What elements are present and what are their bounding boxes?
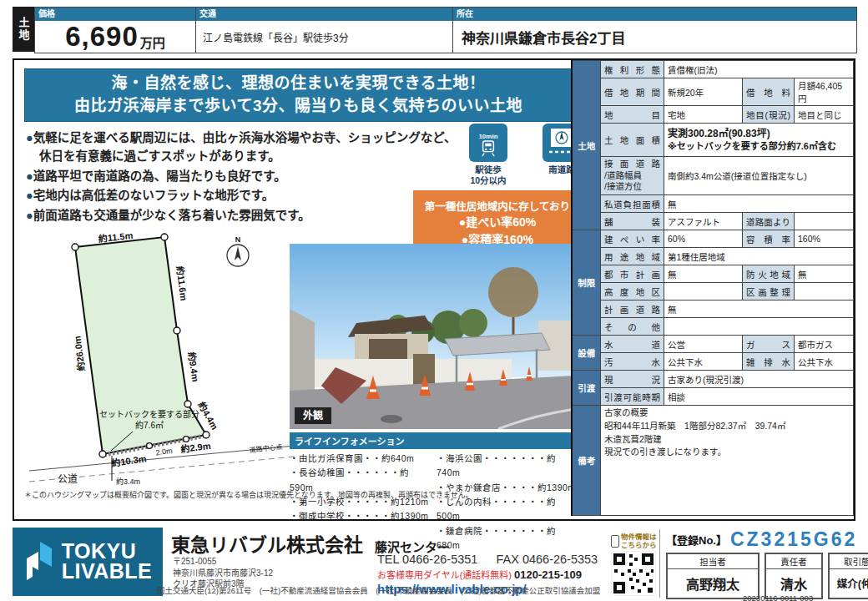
feature-badges: 10min 駅徒歩10分以内	[462, 124, 588, 186]
access-header: 交通	[196, 8, 452, 21]
spec-label: 道路面より	[742, 213, 794, 230]
staff-box-manager: 責任者 清水	[765, 553, 823, 599]
spec-label: 借地期間	[600, 78, 664, 106]
bullet-icon: ●	[26, 189, 33, 202]
access-value: 江ノ島電鉄線「長谷」駅徒歩3分	[196, 21, 452, 53]
document-number: 20230116-0011-003	[743, 593, 813, 601]
tokyu-livable-logo: TOKYULIVABLE	[13, 528, 163, 596]
spec-label: 地目	[600, 106, 664, 124]
road-label: 公道	[58, 473, 78, 485]
spec-value	[794, 213, 853, 230]
zoning-title: 第一種住居地域内に存しており	[425, 198, 570, 214]
spec-label: 水道	[600, 336, 664, 353]
price-column: 価格 6,690 万円	[35, 8, 196, 53]
qr-block: 物件情報はこちらから	[611, 533, 658, 599]
spec-label: 都市計画	[600, 265, 664, 283]
spec-label: 土地面積	[600, 124, 664, 157]
price-cell: 6,690 万円	[35, 21, 195, 53]
main-frame: 海・自然を感じ、理想の住まいを実現できる土地！ 由比ガ浜海岸まで歩いて3分、陽当…	[13, 58, 855, 521]
spec-value: 無	[664, 300, 853, 318]
spec-label: 接面道路/道路幅員/接道方位	[600, 157, 664, 195]
photo-label: 外観	[303, 409, 323, 422]
spec-value: 公共下水	[794, 353, 853, 371]
setback-label1: セットバックを要する部分	[99, 409, 199, 419]
land-plot-diagram: 約11.5m 約11.6m 約9.4m 約4.4m 約26.0m 約10.3m …	[23, 232, 298, 491]
spec-table: 土地 権利形態 賃借権(旧法) 借地期間 新規20年 借地料 月額46,405円…	[571, 60, 854, 516]
life-item: ・海浜公園・・・・・・・約740m	[437, 452, 577, 481]
spec-label: 防火地域	[742, 265, 794, 283]
spec-label: 引渡可能時期	[600, 388, 664, 406]
registration-label: 【登録No.】	[666, 532, 727, 548]
spec-label: 権利形態	[600, 61, 664, 78]
spec-value: 無	[664, 195, 853, 213]
spec-value	[664, 283, 742, 300]
dim-right1: 約11.6m	[174, 265, 189, 301]
staff-box-transaction: 取引態様 媒介(仲介)	[828, 553, 868, 599]
map-disclaimer: ＊このハウジングマップは概要紹介図です。図面と現況が異なる場合は現況優先となりま…	[24, 489, 567, 500]
bullet-item: ●道路平坦で南道路の為、陽当たりも良好です。	[26, 167, 464, 185]
dial-number: 0120-215-109	[514, 568, 582, 581]
life-item: ・鎌倉病院・・・・・・・約680m	[437, 524, 577, 553]
catch-banner: 海・自然を感じ、理想の住まいを実現できる土地！ 由比ガ浜海岸まで歩いて3分、陽当…	[24, 68, 573, 122]
spec-value: 実測300.28㎡(90.83坪)※セットバックを要する部分約7.6㎡含む	[664, 124, 853, 157]
spec-label: 現況	[600, 371, 664, 388]
spec-label: 用途地域	[600, 248, 664, 265]
spec-label: 容積率	[742, 230, 794, 248]
dim-bottom2: 2.0m	[155, 447, 173, 457]
license-line: 国土交通大臣(12)第2611号 (一社)不動産流通経営協会会員 (一社)不動産…	[157, 584, 637, 596]
zoning-item: ●建ぺい率60%	[459, 214, 536, 230]
section-land: 土地	[572, 61, 600, 230]
category-tab: 土地	[13, 7, 34, 52]
price-unit: 万円	[140, 33, 165, 51]
spec-value: アスファルト	[664, 213, 742, 230]
logo-mark-icon	[23, 540, 55, 583]
location-column: 所在 神奈川県鎌倉市長谷2丁目	[453, 8, 856, 53]
staff-boxes: 担当者 高野翔太 責任者 清水 取引態様 媒介(仲介)	[666, 553, 868, 599]
spec-label: 借地料	[742, 78, 794, 106]
spec-value: 第1種住居地域	[664, 248, 853, 265]
spec-label: 舗装	[600, 213, 664, 230]
setback-label2: 約7.6㎡	[135, 420, 164, 430]
spec-value: 公共下水	[664, 353, 742, 371]
access-column: 交通 江ノ島電鉄線「長谷」駅徒歩3分	[196, 8, 453, 53]
spec-value: 160%	[794, 230, 853, 248]
spec-value: 新規20年	[664, 78, 742, 106]
real-estate-flyer: 土地 価格 6,690 万円 交通 江ノ島電鉄線「長谷」駅徒歩3分 所在 神奈川…	[0, 0, 868, 601]
dim-bottom1: 約10.3m	[111, 452, 148, 468]
spec-value: 賃借権(旧法)	[664, 61, 853, 78]
footer-divider	[659, 529, 660, 598]
train-icon: 10min	[469, 124, 507, 162]
spec-value: 相談	[664, 388, 853, 406]
location-value: 神奈川県鎌倉市長谷2丁目	[453, 21, 856, 53]
spec-value: 宅地	[664, 106, 742, 124]
spec-label: 地目(現況)	[742, 106, 794, 124]
dim-left: 約26.0m	[71, 336, 86, 372]
spec-value: 無	[664, 265, 742, 283]
spec-label: 建ぺい率	[600, 230, 664, 248]
banner-line1: 海・自然を感じ、理想の住まいを実現できる土地！	[111, 73, 485, 95]
life-info-right: ・海浜公園・・・・・・・約740m ・やまか鎌倉店・・・・約1390m ・じんの…	[437, 452, 577, 553]
exterior-photo: 外観	[290, 244, 575, 429]
spec-label: 区画整理	[742, 283, 794, 300]
spec-value: 地目と同じ	[794, 106, 853, 124]
spec-label: ガス	[742, 336, 794, 353]
price-header: 価格	[35, 8, 195, 21]
road-width-label: 約3.4m	[116, 477, 140, 486]
spec-value: 60%	[664, 230, 742, 248]
logo-text: TOKYULIVABLE	[62, 542, 153, 582]
bullet-item: ●前面道路も交通量が少なく落ち着いた雰囲気です。	[26, 206, 464, 225]
svg-text:N: N	[235, 235, 241, 244]
spec-label: 私道負担面積	[600, 195, 664, 213]
life-item: ・由比ガ浜保育園・・約640m	[290, 452, 430, 466]
tel-number: TEL 0466-26-5351	[377, 553, 477, 566]
walk-badge: 10min 駅徒歩10分以内	[462, 124, 514, 186]
section-delivery: 引渡	[572, 371, 600, 406]
spec-value	[664, 318, 853, 336]
category-label: 土地	[16, 17, 32, 42]
company-name: 東急リバブル株式会社	[171, 529, 363, 558]
spec-value	[794, 283, 853, 300]
section-facility: 設備	[572, 336, 600, 371]
spec-value: 無	[794, 265, 853, 283]
walk-minutes: 10	[478, 133, 486, 140]
section-remarks: 備考	[572, 406, 600, 516]
